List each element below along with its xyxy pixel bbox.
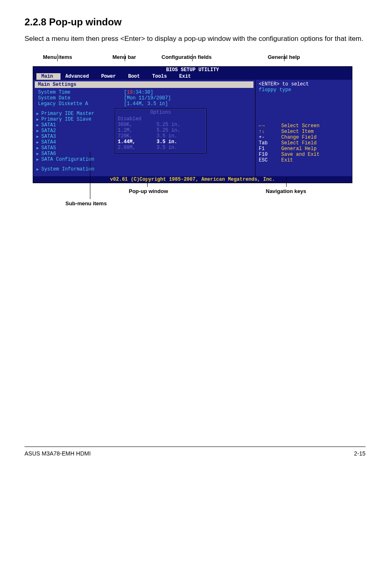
- label-config-fields: Configuration fields: [161, 54, 212, 60]
- triangle-icon: ▶: [36, 117, 41, 122]
- key-label: F1: [259, 146, 281, 152]
- popup-item-selected[interactable]: 1.44M,3.5 in.: [118, 139, 204, 145]
- bios-footer: v02.61 (C)Copyright 1985-2007, American …: [33, 176, 352, 183]
- key-desc: Exit: [281, 157, 293, 163]
- tab-advanced[interactable]: Advanced: [61, 73, 96, 80]
- submenu-sata-config[interactable]: ▶SATA Configuration: [35, 157, 253, 162]
- help-text: floppy type: [259, 87, 349, 93]
- bottom-annotation-row: Pop-up window Navigation keys Sub-menu i…: [33, 185, 365, 209]
- label-submenu-items: Sub-menu items: [65, 200, 107, 206]
- triangle-icon: ▶: [36, 134, 41, 139]
- top-annotation-row: Menu items Menu bar Configuration fields…: [33, 54, 365, 66]
- key-glyph-ud: ↑↓: [259, 129, 281, 135]
- field-value: [19:34:30]: [124, 90, 153, 95]
- key-desc: Select Screen: [281, 123, 320, 129]
- triangle-icon: ▶: [36, 140, 41, 145]
- triangle-icon: ▶: [36, 167, 41, 172]
- key-label: F10: [259, 152, 281, 157]
- popup-window: Options Disabled 360K,5.25 in. 1.2M,5.25…: [115, 108, 206, 153]
- field-system-date[interactable]: System Date [Mon 11/19/2007]: [35, 95, 253, 101]
- popup-item[interactable]: Disabled: [118, 116, 204, 122]
- field-key: System Date: [38, 95, 124, 101]
- field-key: System Time: [38, 90, 124, 95]
- tab-boot[interactable]: Boot: [123, 73, 147, 80]
- section-description: Select a menu item then press <Enter> to…: [25, 34, 365, 44]
- popup-item[interactable]: 1.2M,5.25 in.: [118, 128, 204, 133]
- key-label: Tab: [259, 140, 281, 146]
- field-value: [1.44M, 3.5 in]: [124, 101, 168, 107]
- key-desc: General Help: [281, 146, 316, 152]
- bios-left-pane: Main Settings System Time [19:34:30] Sys…: [33, 80, 255, 176]
- key-desc: Save and Exit: [281, 152, 320, 157]
- label-menu-bar: Menu bar: [112, 54, 136, 60]
- nav-keys-list: ←→Select Screen ↑↓Select Item +-Change F…: [259, 123, 349, 163]
- field-key: Legacy Diskette A: [38, 101, 124, 107]
- help-text: <ENTER> to select: [259, 81, 349, 87]
- label-nav-keys: Navigation keys: [266, 188, 306, 194]
- triangle-icon: ▶: [36, 128, 41, 133]
- popup-item[interactable]: 720K,3.5 in.: [118, 133, 204, 139]
- key-label: +-: [259, 135, 281, 140]
- bios-help-pane: <ENTER> to select floppy type ←→Select S…: [255, 80, 352, 176]
- key-desc: Change Field: [281, 135, 316, 140]
- popup-item[interactable]: 360K,5.25 in.: [118, 122, 204, 128]
- tab-main[interactable]: Main: [36, 73, 61, 80]
- tab-power[interactable]: Power: [96, 73, 123, 80]
- bios-title: BIOS SETUP UTILITY: [33, 67, 352, 73]
- key-label: ESC: [259, 157, 281, 163]
- key-desc: Select Item: [281, 129, 314, 135]
- footer-left: ASUS M3A78-EMH HDMI: [25, 450, 91, 457]
- tab-exit[interactable]: Exit: [174, 73, 198, 80]
- triangle-icon: ▶: [36, 146, 41, 150]
- triangle-icon: ▶: [36, 151, 41, 156]
- bios-screenshot: BIOS SETUP UTILITY Main Advanced Power B…: [33, 66, 352, 183]
- popup-title: Options: [118, 110, 204, 115]
- field-value: [Mon 11/19/2007]: [124, 95, 171, 101]
- section-heading: 2.2.8 Pop-up window: [25, 16, 365, 28]
- field-system-time[interactable]: System Time [19:34:30]: [35, 90, 253, 95]
- key-glyph-lr: ←→: [259, 123, 281, 129]
- footer-right: 2-15: [354, 450, 365, 457]
- bios-menu-bar: Main Advanced Power Boot Tools Exit: [33, 73, 352, 80]
- submenu-system-info[interactable]: ▶System Information: [35, 166, 253, 172]
- section-header: Main Settings: [35, 81, 253, 88]
- triangle-icon: ▶: [36, 123, 41, 128]
- triangle-icon: ▶: [36, 111, 41, 116]
- page-footer: ASUS M3A78-EMH HDMI 2-15: [25, 447, 365, 457]
- tab-tools[interactable]: Tools: [147, 73, 174, 80]
- key-desc: Select Field: [281, 140, 316, 146]
- field-legacy-diskette[interactable]: Legacy Diskette A [1.44M, 3.5 in]: [35, 101, 253, 107]
- triangle-icon: ▶: [36, 157, 41, 162]
- popup-item[interactable]: 2.88M,3.5 in.: [118, 145, 204, 150]
- label-popup-window: Pop-up window: [129, 188, 168, 194]
